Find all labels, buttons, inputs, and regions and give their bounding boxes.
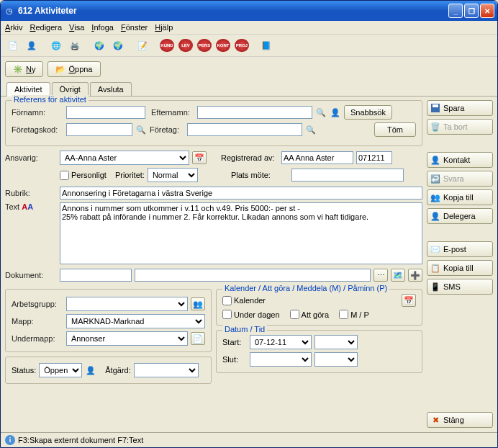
- app-icon: ◷: [4, 5, 15, 17]
- person-icon[interactable]: 👤: [330, 107, 341, 118]
- slut-label: Slut:: [222, 355, 247, 364]
- kont-icon[interactable]: 🌍: [91, 37, 107, 53]
- contact-icon: 👤: [430, 155, 440, 165]
- status-bar: i F3:Skapa externt dokument F7:Text: [1, 432, 497, 447]
- arbetsgrupp-select[interactable]: [66, 297, 188, 311]
- kalender-check[interactable]: Kalender: [222, 296, 266, 305]
- doc-add-icon[interactable]: ➕: [408, 269, 422, 282]
- menu-redigera[interactable]: Redigera: [30, 23, 62, 32]
- attgora-check[interactable]: Att göra: [290, 310, 330, 319]
- mapp-label: Mapp:: [12, 317, 63, 326]
- mapp-select[interactable]: MARKNAD-Marknad: [66, 314, 205, 328]
- status-select[interactable]: Öppen: [39, 363, 82, 377]
- print-icon[interactable]: 🖨️: [67, 37, 83, 53]
- badge-kont[interactable]: KONT: [215, 37, 231, 53]
- group-arbets: Arbetsgrupp: 👥 Mapp: MARKNAD-Marknad Und…: [5, 289, 212, 352]
- undermapp-select[interactable]: Annonser: [66, 331, 188, 346]
- badge-pers[interactable]: PERS: [196, 37, 212, 53]
- spara-button[interactable]: Spara: [427, 100, 493, 116]
- text-textarea[interactable]: Annons i nummer som utkommer i v.11 och …: [60, 202, 422, 264]
- group-status: Status: Öppen 👤 Åtgärd:: [5, 357, 212, 384]
- tom-button[interactable]: Töm: [374, 122, 416, 137]
- slut-time-select[interactable]: [314, 352, 358, 367]
- calendar-icon-button[interactable]: 📅: [192, 151, 207, 164]
- globe-icon[interactable]: 🌐: [48, 37, 64, 53]
- kopia-button[interactable]: 📋Kopia till: [427, 260, 493, 276]
- info-icon: i: [5, 435, 15, 445]
- sms-button[interactable]: 📱SMS: [427, 279, 493, 295]
- arbetsgrupp-icon[interactable]: 👥: [191, 297, 205, 310]
- start-time-select[interactable]: [314, 335, 358, 349]
- kalender-open-icon[interactable]: 📅: [402, 294, 416, 307]
- tab-avsluta[interactable]: Avsluta: [90, 82, 132, 96]
- text-label: Text AA: [5, 202, 57, 211]
- foretagskod-input[interactable]: [66, 123, 132, 136]
- menu-infoga[interactable]: Infoga: [91, 23, 114, 32]
- menu-hjalp[interactable]: Hjälp: [155, 23, 173, 32]
- dokument-input[interactable]: [135, 269, 371, 282]
- book-icon[interactable]: 📘: [258, 37, 274, 53]
- oppna-button[interactable]: 📂Öppna: [47, 61, 100, 77]
- dokument-label: Dokument:: [5, 271, 57, 279]
- kalender-legend: Kalender / Att göra / Meddela (M) / Påmi…: [222, 284, 389, 292]
- menu-arkiv[interactable]: AArkivrkiv: [5, 23, 22, 32]
- search-icon-2[interactable]: 🔍: [135, 124, 147, 135]
- start-date-select[interactable]: 07-12-11: [250, 335, 312, 349]
- snabbsok-button[interactable]: Snabbsök: [344, 105, 392, 120]
- rubrik-label: Rubrik:: [5, 189, 57, 197]
- tabort-button[interactable]: 🗑️Ta bort: [427, 119, 493, 135]
- registrerad-input[interactable]: [281, 151, 353, 164]
- mp-check[interactable]: M / P: [339, 310, 369, 319]
- efternamn-input[interactable]: [197, 106, 312, 119]
- doc-action-icon[interactable]: 🗺️: [391, 269, 405, 282]
- atgard-select[interactable]: [134, 363, 199, 377]
- badge-lev[interactable]: LEV: [178, 37, 194, 53]
- new-user-icon[interactable]: 👤: [24, 37, 40, 53]
- tab-ovrigt[interactable]: Övrigt: [52, 82, 89, 96]
- minimize-button[interactable]: _: [448, 4, 463, 18]
- browse-button[interactable]: ⋯: [374, 269, 388, 282]
- svara-button[interactable]: ↩️Svara: [427, 171, 493, 187]
- foretag-input[interactable]: [187, 123, 302, 136]
- dokument-code-input[interactable]: [60, 269, 132, 282]
- plats-input[interactable]: [291, 169, 404, 182]
- personligt-check[interactable]: Personligt: [60, 171, 107, 180]
- delegera-button[interactable]: 👤Delegera: [427, 208, 493, 224]
- ansvarig-select[interactable]: AA-Anna Aster: [60, 151, 189, 165]
- kontakt-button[interactable]: 👤Kontakt: [427, 152, 493, 168]
- menu-fonster[interactable]: Fönster: [121, 23, 148, 32]
- registrerad-label: Registrerad av:: [221, 153, 279, 162]
- side-panel: Spara 🗑️Ta bort 👤Kontakt ↩️Svara 👥Kopja …: [427, 100, 493, 428]
- status-text: F3:Skapa externt dokument F7:Text: [18, 436, 143, 444]
- badge-proj[interactable]: PROJ: [234, 37, 250, 53]
- fornamn-input[interactable]: [66, 106, 145, 119]
- registrerad-date-input[interactable]: [356, 151, 392, 164]
- font-icon[interactable]: A: [22, 202, 27, 211]
- close-window-button[interactable]: ✕: [480, 4, 494, 18]
- underdagen-check[interactable]: Under dagen: [222, 310, 280, 319]
- new-doc-icon[interactable]: 📄: [5, 37, 21, 53]
- badge-kund[interactable]: KUND: [159, 37, 175, 53]
- menu-visa[interactable]: Visa: [69, 23, 84, 32]
- foretag-icon[interactable]: 🌍: [110, 37, 126, 53]
- stang-button[interactable]: ✖Stäng: [427, 412, 493, 428]
- window-title: 612 Aktiviteter: [18, 6, 448, 16]
- search-icon[interactable]: 🔍: [315, 107, 327, 118]
- close-icon: ✖: [430, 415, 440, 425]
- ansvarig-label: Ansvarig:: [5, 153, 57, 162]
- toolbar: 📄 👤 🌐 🖨️ 🌍 🌍 📝 KUND LEV PERS KONT PROJ 📘: [1, 35, 497, 57]
- undermapp-icon[interactable]: 📄: [191, 332, 205, 345]
- prioritet-select[interactable]: Normal: [148, 168, 198, 182]
- status-person-icon[interactable]: 👤: [85, 364, 96, 376]
- note-icon[interactable]: 📝: [135, 37, 150, 53]
- epost-button[interactable]: ✉️E-post: [427, 241, 493, 257]
- tab-aktivitet[interactable]: Aktivitet: [6, 82, 50, 97]
- maximize-button[interactable]: ❐: [464, 4, 479, 18]
- search-icon-3[interactable]: 🔍: [305, 124, 317, 135]
- foretag-label: Företag:: [150, 125, 184, 134]
- kopja-button[interactable]: 👥Kopja till: [427, 189, 493, 205]
- ny-button[interactable]: ✳️Ny: [5, 61, 43, 77]
- rubrik-input[interactable]: [60, 187, 422, 200]
- arbetsgrupp-label: Arbetsgrupp:: [12, 300, 63, 308]
- slut-date-select[interactable]: [250, 352, 312, 367]
